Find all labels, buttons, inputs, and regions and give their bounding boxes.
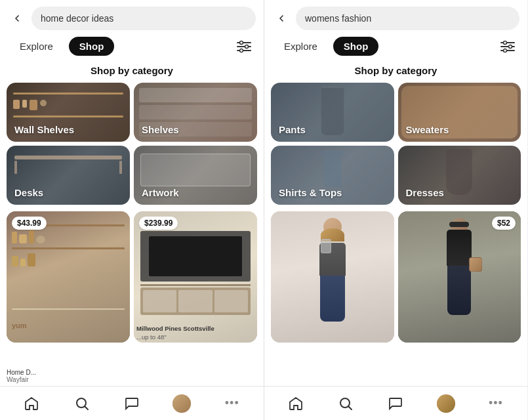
right-nav-avatar[interactable] bbox=[432, 389, 460, 418]
right-nav-chat[interactable] bbox=[381, 389, 410, 418]
fashion-card-2[interactable]: $52 bbox=[398, 211, 521, 343]
right-phone-panel: womens fashion Explore Shop Shop by cate… bbox=[264, 0, 527, 420]
right-nav-home[interactable] bbox=[281, 389, 310, 418]
left-product-1-name: Home D... bbox=[7, 369, 130, 376]
right-search-input[interactable]: womens fashion bbox=[296, 7, 519, 30]
left-phone-panel: home decor ideas Explore Shop Shop by ca… bbox=[0, 0, 264, 420]
fashion-card-1[interactable] bbox=[271, 211, 394, 343]
category-card-wall-shelves[interactable]: Wall Shelves bbox=[7, 83, 130, 142]
product-card-1[interactable]: yum $43.99 bbox=[7, 211, 130, 343]
right-tabs-row: Explore Shop bbox=[264, 34, 527, 61]
category-card-artwork[interactable]: Artwork bbox=[134, 146, 257, 205]
left-nav-avatar[interactable] bbox=[167, 389, 196, 418]
left-tabs-row: Explore Shop bbox=[0, 34, 264, 61]
svg-line-15 bbox=[349, 406, 352, 410]
category-card-sweaters[interactable]: Sweaters bbox=[398, 83, 521, 142]
category-card-dresses[interactable]: Dresses bbox=[398, 146, 521, 205]
category-card-shelves[interactable]: Shelves bbox=[134, 83, 257, 142]
cat-label-artwork: Artwork bbox=[142, 187, 179, 198]
cat-label-dresses: Dresses bbox=[406, 187, 444, 198]
svg-point-13 bbox=[504, 49, 507, 52]
left-tab-explore[interactable]: Explore bbox=[10, 37, 62, 56]
left-category-grid: Wall Shelves Shelves Desks bbox=[0, 83, 264, 205]
left-nav-search[interactable] bbox=[68, 389, 96, 418]
svg-point-12 bbox=[509, 45, 512, 48]
left-search-input[interactable]: home decor ideas bbox=[31, 7, 256, 30]
left-search-bar-row: home decor ideas bbox=[0, 0, 264, 34]
fashion-price-badge-2: $52 bbox=[492, 217, 516, 230]
cat-label-shirts-tops: Shirts & Tops bbox=[279, 187, 342, 198]
cat-label-shelves: Shelves bbox=[142, 124, 179, 135]
right-section-title: Shop by category bbox=[264, 61, 527, 83]
right-bottom-nav: ••• bbox=[264, 386, 527, 420]
svg-line-7 bbox=[85, 406, 88, 410]
right-nav-more[interactable]: ••• bbox=[481, 389, 510, 418]
right-tab-explore[interactable]: Explore bbox=[275, 37, 327, 56]
category-card-shirts-tops[interactable]: Shirts & Tops bbox=[271, 146, 394, 205]
svg-point-3 bbox=[240, 41, 243, 44]
cat-label-desks: Desks bbox=[14, 187, 43, 198]
right-back-button[interactable] bbox=[272, 9, 291, 28]
left-section-title: Shop by category bbox=[0, 61, 264, 83]
svg-point-11 bbox=[504, 41, 507, 44]
cat-label-wall-shelves: Wall Shelves bbox=[14, 124, 74, 135]
price-badge-2: $239.99 bbox=[139, 217, 178, 230]
left-bottom-nav: ••• bbox=[0, 386, 264, 420]
right-search-bar-row: womens fashion bbox=[264, 0, 527, 34]
right-filter-icon[interactable] bbox=[498, 37, 517, 56]
product-subtitle-2: ...up to 48" bbox=[136, 333, 254, 341]
product-title-2: Millwood Pines Scottsville bbox=[136, 325, 254, 333]
product-card-2[interactable]: $239.99 Millwood Pines Scottsville ...up… bbox=[134, 211, 257, 343]
category-card-desks[interactable]: Desks bbox=[7, 146, 130, 205]
cat-label-pants: Pants bbox=[279, 124, 306, 135]
left-products-row: yum $43.99 $239.99 Millwood Pines Scotts… bbox=[0, 211, 264, 366]
right-nav-search[interactable] bbox=[331, 389, 360, 418]
svg-point-5 bbox=[240, 49, 243, 52]
left-back-button[interactable] bbox=[8, 9, 26, 28]
cat-label-sweaters: Sweaters bbox=[406, 124, 449, 135]
right-category-grid: Pants Sweaters Shirts & Tops Dresses bbox=[264, 83, 527, 205]
left-tab-shop[interactable]: Shop bbox=[69, 37, 115, 56]
left-product-1-source: Wayfair bbox=[7, 376, 130, 383]
right-tab-shop[interactable]: Shop bbox=[333, 37, 379, 56]
price-badge-1: $43.99 bbox=[12, 217, 47, 230]
left-nav-chat[interactable] bbox=[117, 389, 146, 418]
left-nav-more[interactable]: ••• bbox=[218, 389, 247, 418]
svg-point-4 bbox=[245, 45, 249, 48]
left-filter-icon[interactable] bbox=[235, 37, 253, 56]
category-card-pants[interactable]: Pants bbox=[271, 83, 394, 142]
right-products-row: $52 bbox=[264, 211, 527, 383]
left-nav-home[interactable] bbox=[17, 389, 46, 418]
